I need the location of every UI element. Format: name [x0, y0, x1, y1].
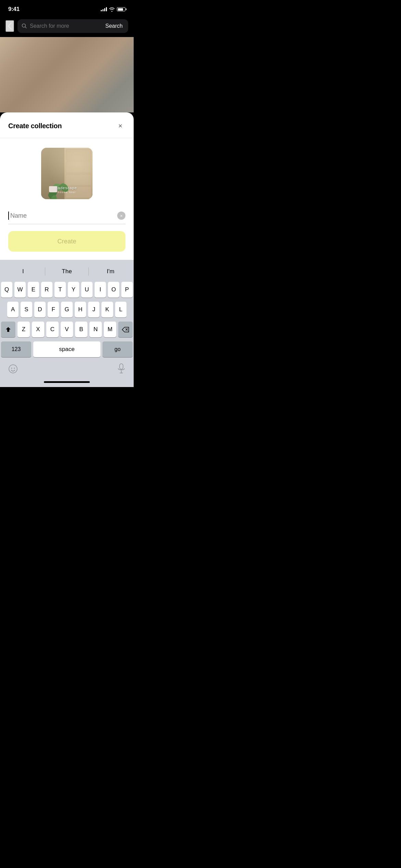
- predictive-item-3[interactable]: I'm: [89, 265, 132, 278]
- modal-header: Create collection ×: [0, 112, 134, 138]
- collection-thumbnail: jadescape house tour: [41, 148, 93, 199]
- key-h[interactable]: H: [75, 302, 86, 317]
- key-l[interactable]: L: [115, 302, 126, 317]
- key-x[interactable]: X: [32, 322, 44, 337]
- shift-key[interactable]: [1, 322, 15, 337]
- keyboard-rows: Q W E R T Y U I O P A S D F G H J K L: [0, 279, 134, 339]
- key-row-2: A S D F G H J K L: [1, 302, 133, 317]
- key-u[interactable]: U: [81, 282, 93, 298]
- create-button[interactable]: Create: [8, 231, 125, 252]
- thumbnail-area: jadescape house tour: [0, 138, 134, 207]
- status-icons: [101, 7, 125, 12]
- key-o[interactable]: O: [108, 282, 119, 298]
- key-q[interactable]: Q: [1, 282, 12, 298]
- background-preview: [0, 37, 134, 112]
- emoji-icon: [8, 364, 18, 374]
- battery-icon: [117, 7, 125, 11]
- key-i[interactable]: I: [95, 282, 106, 298]
- thumbnail-brand-name: jadescape: [41, 185, 93, 191]
- name-input-area[interactable]: ×: [0, 207, 134, 224]
- keyboard[interactable]: I The I'm Q W E R T Y U I O P A S D F G …: [0, 260, 134, 387]
- status-bar: 9:41: [0, 0, 134, 16]
- key-n[interactable]: N: [89, 322, 102, 337]
- name-input[interactable]: [10, 212, 117, 219]
- key-z[interactable]: Z: [17, 322, 30, 337]
- key-a[interactable]: A: [7, 302, 19, 317]
- go-key[interactable]: go: [102, 341, 133, 357]
- key-r[interactable]: R: [41, 282, 52, 298]
- clear-name-button[interactable]: ×: [117, 212, 125, 220]
- microphone-button[interactable]: [116, 362, 127, 376]
- wifi-icon: [109, 7, 115, 12]
- numbers-key[interactable]: 123: [1, 341, 31, 357]
- key-t[interactable]: T: [54, 282, 66, 298]
- key-v[interactable]: V: [61, 322, 73, 337]
- emoji-mic-row: [0, 359, 134, 378]
- key-w[interactable]: W: [14, 282, 26, 298]
- key-y[interactable]: Y: [68, 282, 79, 298]
- signal-icon: [101, 7, 107, 11]
- key-f[interactable]: F: [48, 302, 59, 317]
- home-bar: [44, 381, 90, 383]
- key-s[interactable]: S: [21, 302, 32, 317]
- space-key[interactable]: space: [33, 341, 100, 357]
- microphone-icon: [117, 363, 125, 374]
- key-c[interactable]: C: [46, 322, 59, 337]
- status-time: 9:41: [8, 6, 20, 13]
- key-bottom-row: 123 space go: [0, 339, 134, 359]
- key-j[interactable]: J: [88, 302, 99, 317]
- modal-sheet: Create collection ×: [0, 112, 134, 260]
- key-b[interactable]: B: [75, 322, 87, 337]
- search-icon: [22, 23, 27, 29]
- modal-title: Create collection: [8, 122, 62, 130]
- key-d[interactable]: D: [34, 302, 46, 317]
- key-m[interactable]: M: [104, 322, 116, 337]
- clear-icon: ×: [120, 214, 123, 218]
- predictive-item-2[interactable]: The: [45, 265, 89, 278]
- key-p[interactable]: P: [121, 282, 133, 298]
- key-row-3: Z X C V B N M: [1, 322, 133, 337]
- search-button[interactable]: Search: [104, 23, 124, 29]
- backspace-key[interactable]: [118, 322, 133, 337]
- key-row-1: Q W E R T Y U I O P: [1, 282, 133, 298]
- predictive-item-1[interactable]: I: [1, 265, 45, 278]
- search-bar[interactable]: Search: [17, 19, 128, 33]
- svg-rect-4: [120, 364, 123, 369]
- text-cursor: [8, 212, 9, 220]
- search-input[interactable]: [30, 23, 101, 29]
- svg-point-1: [9, 365, 17, 373]
- create-btn-area: Create: [0, 224, 134, 260]
- close-button[interactable]: ×: [115, 121, 125, 131]
- svg-point-3: [14, 368, 15, 369]
- key-g[interactable]: G: [61, 302, 72, 317]
- name-input-wrapper[interactable]: ×: [8, 207, 125, 224]
- home-indicator: [0, 378, 134, 387]
- emoji-button[interactable]: [7, 363, 19, 375]
- back-button[interactable]: [5, 20, 14, 32]
- thumbnail-label: jadescape house tour: [41, 185, 93, 194]
- thumbnail-subtitle: house tour: [41, 191, 93, 194]
- search-bar-row: Search: [0, 16, 134, 37]
- key-k[interactable]: K: [101, 302, 113, 317]
- svg-point-2: [11, 368, 12, 369]
- predictive-bar: I The I'm: [0, 264, 134, 279]
- key-e[interactable]: E: [28, 282, 39, 298]
